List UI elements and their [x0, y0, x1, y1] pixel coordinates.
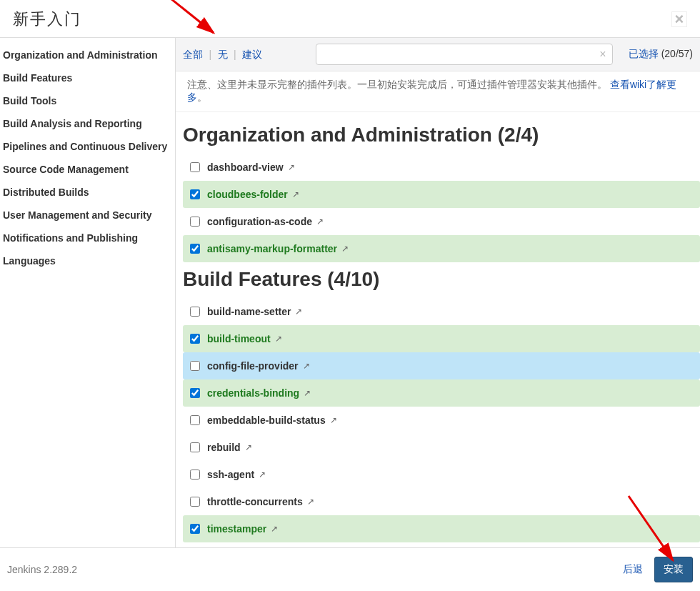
external-link-icon[interactable]: ↗ — [295, 307, 302, 317]
search-input[interactable] — [322, 49, 596, 60]
plugin-row[interactable]: config-file-provider↗ — [183, 352, 700, 379]
external-link-icon[interactable]: ↗ — [341, 244, 349, 254]
external-link-icon[interactable]: ↗ — [292, 189, 299, 199]
filter-suggested-link[interactable]: 建议 — [242, 49, 262, 60]
modal-header: 新手入门 × — [0, 0, 700, 38]
plugin-name: config-file-provider — [207, 360, 299, 372]
external-link-icon[interactable]: ↗ — [304, 388, 311, 398]
sidebar-item[interactable]: Languages — [0, 249, 175, 272]
plugin-name: embeddable-build-status — [207, 414, 326, 426]
external-link-icon[interactable]: ↗ — [330, 415, 337, 425]
modal-footer: Jenkins 2.289.2 后退 安装 — [0, 547, 700, 591]
notice-after: 。 — [197, 91, 207, 103]
plugin-checkbox[interactable] — [190, 307, 200, 317]
install-button[interactable]: 安装 — [654, 557, 693, 582]
modal-title: 新手入门 — [13, 9, 81, 30]
plugin-checkbox[interactable] — [190, 217, 200, 227]
plugin-name: antisamy-markup-formatter — [207, 243, 337, 254]
notice-bar: 注意、这里并未显示完整的插件列表。一旦初始安装完成后，可通过插件管理器安装其他插… — [176, 71, 700, 112]
section-heading: Organization and Administration (2/4) — [183, 118, 700, 154]
filter-separator: | — [231, 49, 239, 60]
plugin-checkbox[interactable] — [190, 415, 200, 425]
plugin-checkbox[interactable] — [190, 442, 200, 452]
plugin-checkbox[interactable] — [190, 388, 200, 398]
sidebar-item[interactable]: Build Features — [0, 66, 175, 89]
plugin-row[interactable]: antisamy-markup-formatter↗ — [183, 235, 700, 262]
plugin-checkbox[interactable] — [190, 524, 200, 534]
plugin-name: build-timeout — [207, 333, 271, 344]
plugin-row[interactable]: credentials-binding↗ — [183, 379, 700, 407]
plugin-toolbar: 全部 | 无 | 建议 × 已选择 (20/57) — [176, 38, 700, 71]
external-link-icon[interactable]: ↗ — [307, 497, 314, 507]
external-link-icon[interactable]: ↗ — [245, 442, 252, 452]
filter-separator: | — [206, 49, 214, 60]
category-sidebar: Organization and AdministrationBuild Fea… — [0, 38, 176, 547]
plugin-name: build-name-setter — [207, 306, 291, 317]
external-link-icon[interactable]: ↗ — [275, 334, 282, 344]
selected-link[interactable]: 已选择 — [629, 48, 659, 61]
plugin-name: credentials-binding — [207, 387, 299, 399]
plugin-checkbox[interactable] — [190, 470, 200, 480]
back-button[interactable]: 后退 — [620, 557, 646, 582]
external-link-icon[interactable]: ↗ — [271, 524, 278, 534]
external-link-icon[interactable]: ↗ — [316, 217, 324, 227]
plugin-name: cloudbees-folder — [207, 189, 288, 200]
plugin-name: throttle-concurrents — [207, 496, 303, 507]
plugin-row[interactable]: embeddable-build-status↗ — [183, 407, 700, 434]
section-heading: Build Features (4/10) — [183, 262, 700, 298]
plugin-checkbox[interactable] — [190, 497, 200, 507]
plugin-row[interactable]: timestamper↗ — [183, 515, 700, 542]
plugin-row[interactable]: cloudbees-folder↗ — [183, 181, 700, 208]
plugin-name: rebuild — [207, 442, 241, 453]
external-link-icon[interactable]: ↗ — [288, 162, 295, 172]
sidebar-item[interactable]: Notifications and Publishing — [0, 227, 175, 249]
plugin-checkbox[interactable] — [190, 244, 200, 254]
plugin-checkbox[interactable] — [190, 361, 200, 371]
plugin-row[interactable]: build-timeout↗ — [183, 325, 700, 352]
external-link-icon[interactable]: ↗ — [303, 361, 310, 371]
sidebar-item[interactable]: User Management and Security — [0, 204, 175, 227]
plugin-name: timestamper — [207, 523, 266, 535]
external-link-icon[interactable]: ↗ — [259, 470, 266, 480]
plugin-row[interactable]: ssh-agent↗ — [183, 461, 700, 488]
plugin-row[interactable]: throttle-concurrents↗ — [183, 488, 700, 515]
notice-text: 注意、这里并未显示完整的插件列表。一旦初始安装完成后，可通过插件管理器安装其他插… — [187, 79, 607, 90]
sidebar-item[interactable]: Build Tools — [0, 89, 175, 112]
close-icon[interactable]: × — [671, 11, 687, 27]
filter-none-link[interactable]: 无 — [218, 49, 228, 60]
search-container: × — [316, 44, 613, 65]
plugin-row[interactable]: build-name-setter↗ — [183, 298, 700, 325]
jenkins-version: Jenkins 2.289.2 — [7, 564, 77, 575]
sidebar-item[interactable]: Distributed Builds — [0, 181, 175, 204]
plugin-name: configuration-as-code — [207, 216, 312, 227]
selected-count: (20/57) — [661, 48, 693, 59]
clear-search-icon[interactable]: × — [595, 48, 606, 61]
plugin-name: ssh-agent — [207, 469, 254, 480]
plugin-checkbox[interactable] — [190, 162, 200, 172]
plugin-list[interactable]: Organization and Administration (2/4)das… — [176, 112, 700, 547]
sidebar-item[interactable]: Build Analysis and Reporting — [0, 112, 175, 135]
filter-all-link[interactable]: 全部 — [183, 49, 203, 60]
sidebar-item[interactable]: Organization and Administration — [0, 44, 175, 66]
plugin-row[interactable]: dashboard-view↗ — [183, 154, 700, 181]
plugin-checkbox[interactable] — [190, 334, 200, 344]
sidebar-item[interactable]: Source Code Management — [0, 158, 175, 181]
plugin-checkbox[interactable] — [190, 189, 200, 199]
sidebar-item[interactable]: Pipelines and Continuous Delivery — [0, 135, 175, 158]
plugin-row[interactable]: rebuild↗ — [183, 434, 700, 461]
plugin-name: dashboard-view — [207, 162, 284, 173]
plugin-row[interactable]: configuration-as-code↗ — [183, 208, 700, 235]
